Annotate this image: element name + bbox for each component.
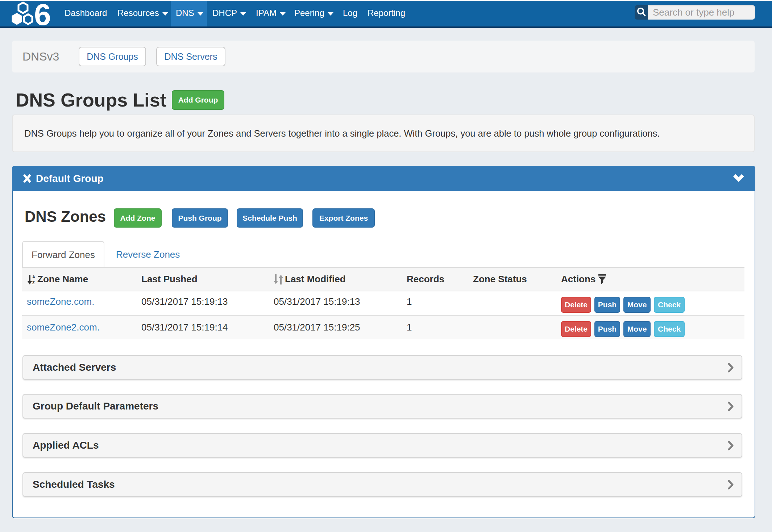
svg-text:6: 6 xyxy=(34,1,51,26)
svg-text:Z: Z xyxy=(32,280,35,285)
svg-text:A: A xyxy=(32,275,35,279)
